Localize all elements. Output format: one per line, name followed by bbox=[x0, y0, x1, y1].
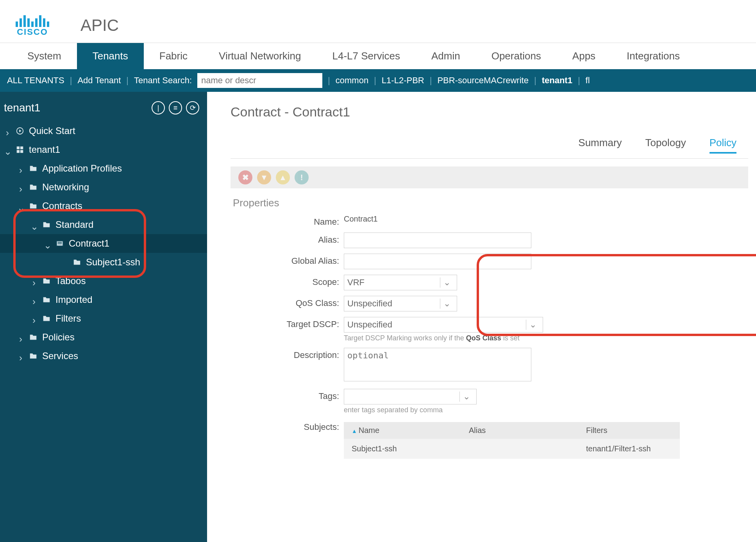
add-tenant-link[interactable]: Add Tenant bbox=[77, 75, 121, 86]
tenant-search-input[interactable] bbox=[197, 73, 322, 88]
tab-integrations[interactable]: Integrations bbox=[611, 43, 695, 69]
cisco-logo: CISCO bbox=[16, 14, 49, 37]
label-global-alias: Global Alias: bbox=[231, 254, 344, 266]
app-name: APIC bbox=[80, 16, 119, 35]
ctab-topology[interactable]: Topology bbox=[645, 137, 686, 154]
ctab-summary[interactable]: Summary bbox=[578, 137, 622, 154]
fault-warning-icon[interactable]: ! bbox=[295, 170, 309, 184]
tenant-link-pbrsourcemac[interactable]: PBR-sourceMACrewrite bbox=[437, 75, 529, 86]
sidebar-item-filters[interactable]: ›Filters bbox=[0, 309, 207, 328]
sidebar-item-imported[interactable]: ›Imported bbox=[0, 290, 207, 309]
input-alias[interactable] bbox=[344, 233, 531, 248]
sidebar-item-networking[interactable]: ›Networking bbox=[0, 178, 207, 197]
label-dscp: Target DSCP: bbox=[231, 317, 344, 329]
dscp-note: Target DSCP Marking works only if the Qo… bbox=[344, 334, 543, 342]
folder-icon bbox=[28, 164, 38, 173]
sidebar-action-icon[interactable]: ≡ bbox=[169, 101, 182, 114]
label-scope: Scope: bbox=[231, 275, 344, 287]
all-tenants-link[interactable]: ALL TENANTS bbox=[7, 75, 64, 86]
sidebar-item-label: Services bbox=[42, 351, 78, 361]
sidebar-item-label: Standard bbox=[55, 219, 93, 230]
sidebar-item-application-profiles[interactable]: ›Application Profiles bbox=[0, 159, 207, 178]
sidebar-item-label: Contracts bbox=[42, 200, 82, 211]
select-scope[interactable]: VRF ⌄ bbox=[344, 275, 457, 290]
sidebar-item-policies[interactable]: ›Policies bbox=[0, 328, 207, 347]
select-dscp-value: Unspecified bbox=[347, 320, 392, 330]
tags-note: enter tags separated by comma bbox=[344, 406, 477, 414]
folder-icon bbox=[41, 220, 52, 229]
sidebar-item-tenant1[interactable]: ⌄tenant1 bbox=[0, 140, 207, 159]
ctab-policy[interactable]: Policy bbox=[710, 137, 736, 154]
sidebar-item-contracts[interactable]: ⌄Contracts bbox=[0, 197, 207, 215]
sidebar-item-subject1-ssh[interactable]: Subject1-ssh bbox=[0, 253, 207, 272]
tab-virtual-networking[interactable]: Virtual Networking bbox=[203, 43, 317, 69]
cell-name: Subject1-ssh bbox=[352, 444, 469, 453]
folder-icon bbox=[41, 277, 52, 285]
tenant-link-l1l2pbr[interactable]: L1-L2-PBR bbox=[382, 75, 424, 86]
sidebar-item-taboos[interactable]: ›Taboos bbox=[0, 272, 207, 290]
value-name: Contract1 bbox=[344, 215, 378, 223]
label-tags: Tags: bbox=[231, 389, 344, 401]
col-alias[interactable]: Alias bbox=[469, 426, 586, 435]
cell-filters: tenant1/Filter1-ssh bbox=[586, 444, 680, 453]
fault-minor-icon[interactable]: ▲ bbox=[276, 170, 290, 184]
tab-operations[interactable]: Operations bbox=[476, 43, 557, 69]
tenant-link-common[interactable]: common bbox=[336, 75, 368, 86]
sidebar-item-label: Filters bbox=[55, 313, 81, 324]
select-tags[interactable]: ⌄ bbox=[344, 389, 477, 404]
tab-tenants[interactable]: Tenants bbox=[77, 43, 144, 69]
nav-tree: ›Quick Start⌄tenant1›Application Profile… bbox=[0, 122, 207, 365]
select-scope-value: VRF bbox=[347, 277, 365, 288]
label-alias: Alias: bbox=[231, 233, 344, 245]
folder-icon bbox=[28, 202, 38, 210]
sidebar-item-label: Taboos bbox=[55, 275, 86, 286]
tenant-link-tenant1[interactable]: tenant1 bbox=[542, 75, 572, 86]
caret-icon: › bbox=[30, 296, 38, 303]
sidebar-refresh-icon[interactable]: ⟳ bbox=[186, 101, 199, 114]
caret-icon: › bbox=[17, 184, 24, 191]
select-target-dscp[interactable]: Unspecified ⌄ bbox=[344, 317, 543, 333]
input-global-alias[interactable] bbox=[344, 254, 531, 269]
select-qos-class[interactable]: Unspecified ⌄ bbox=[344, 296, 457, 311]
folder-icon bbox=[72, 258, 82, 267]
chevron-down-icon: ⌄ bbox=[440, 299, 454, 309]
tab-admin[interactable]: Admin bbox=[416, 43, 476, 69]
cell-alias bbox=[469, 444, 586, 453]
caret-icon bbox=[61, 259, 68, 266]
input-description[interactable] bbox=[344, 348, 531, 381]
label-qos: QoS Class: bbox=[231, 296, 344, 308]
col-name[interactable]: Name bbox=[352, 426, 469, 435]
chevron-down-icon: ⌄ bbox=[440, 277, 454, 288]
sidebar-item-quick-start[interactable]: ›Quick Start bbox=[0, 122, 207, 140]
tab-fabric[interactable]: Fabric bbox=[144, 43, 203, 69]
label-description: Description: bbox=[231, 348, 344, 360]
select-qos-value: Unspecified bbox=[347, 299, 392, 309]
folder-icon bbox=[28, 183, 38, 191]
tab-apps[interactable]: Apps bbox=[557, 43, 611, 69]
section-title: Properties bbox=[233, 197, 748, 209]
contract-icon bbox=[55, 239, 65, 248]
sidebar-title: tenant1 bbox=[4, 102, 40, 114]
tenant-link-fl[interactable]: fl bbox=[586, 75, 590, 86]
caret-icon: › bbox=[4, 127, 11, 134]
sidebar-item-services[interactable]: ›Services bbox=[0, 347, 207, 365]
sidebar: tenant1 | ≡ ⟳ ›Quick Start⌄tenant1›Appli… bbox=[0, 92, 207, 542]
caret-icon: › bbox=[17, 352, 24, 360]
page-title: Contract - Contract1 bbox=[231, 104, 748, 120]
tab-system[interactable]: System bbox=[12, 43, 77, 69]
col-filters[interactable]: Filters bbox=[586, 426, 680, 435]
tab-l4l7[interactable]: L4-L7 Services bbox=[317, 43, 416, 69]
folder-icon bbox=[28, 352, 38, 360]
subjects-table: Name Alias Filters Subject1-ssh tenant1/… bbox=[344, 422, 680, 459]
caret-icon: › bbox=[30, 315, 38, 322]
content-pane: Contract - Contract1 Summary Topology Po… bbox=[207, 92, 756, 542]
table-row[interactable]: Subject1-ssh tenant1/Filter1-ssh bbox=[344, 439, 680, 459]
app-header: CISCO APIC bbox=[0, 0, 756, 43]
sidebar-action-icon[interactable]: | bbox=[152, 101, 165, 114]
fault-major-icon[interactable]: ▼ bbox=[257, 170, 271, 184]
folder-icon bbox=[41, 314, 52, 323]
fault-critical-icon[interactable]: ✖ bbox=[238, 170, 252, 184]
sidebar-item-label: Imported bbox=[55, 294, 93, 305]
sidebar-item-standard[interactable]: ⌄Standard bbox=[0, 215, 207, 234]
sidebar-item-contract1[interactable]: ⌄Contract1 bbox=[0, 234, 207, 253]
